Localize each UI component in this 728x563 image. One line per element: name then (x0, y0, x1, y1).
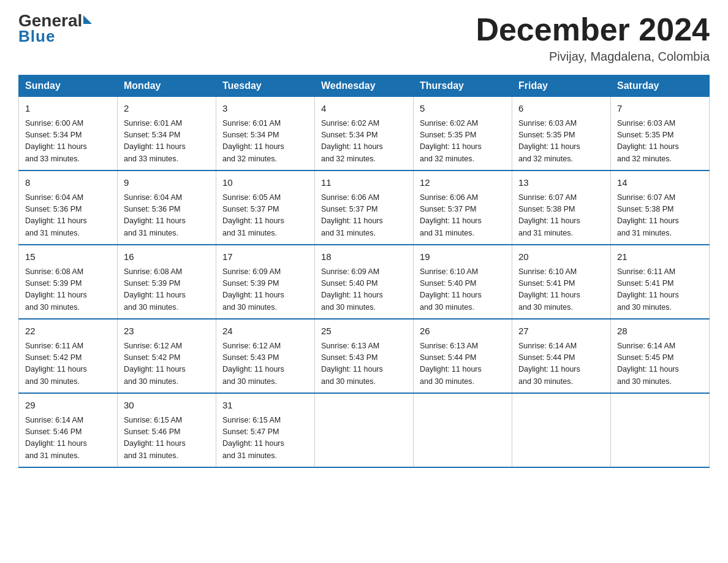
day-info: Sunrise: 6:11 AMSunset: 5:41 PMDaylight:… (617, 266, 703, 314)
day-number: 14 (617, 176, 703, 190)
day-number: 9 (124, 176, 210, 190)
day-info: Sunrise: 6:09 AMSunset: 5:40 PMDaylight:… (321, 266, 407, 314)
day-info: Sunrise: 6:03 AMSunset: 5:35 PMDaylight:… (518, 118, 604, 166)
day-header-tuesday: Tuesday (216, 75, 315, 97)
day-info: Sunrise: 6:14 AMSunset: 5:45 PMDaylight:… (617, 340, 703, 388)
day-number: 30 (124, 399, 210, 413)
calendar-cell: 16Sunrise: 6:08 AMSunset: 5:39 PMDayligh… (118, 245, 216, 319)
calendar-cell: 31Sunrise: 6:15 AMSunset: 5:47 PMDayligh… (216, 393, 315, 467)
day-number: 2 (124, 102, 210, 116)
day-number: 23 (124, 324, 210, 339)
calendar-cell: 11Sunrise: 6:06 AMSunset: 5:37 PMDayligh… (315, 170, 414, 245)
calendar-cell (512, 393, 611, 467)
calendar-cell: 29Sunrise: 6:14 AMSunset: 5:46 PMDayligh… (19, 393, 118, 467)
calendar-cell: 23Sunrise: 6:12 AMSunset: 5:42 PMDayligh… (118, 319, 216, 393)
day-number: 22 (25, 324, 111, 339)
day-header-wednesday: Wednesday (315, 75, 414, 97)
calendar-cell: 26Sunrise: 6:13 AMSunset: 5:44 PMDayligh… (414, 319, 512, 393)
calendar-cell: 19Sunrise: 6:10 AMSunset: 5:40 PMDayligh… (414, 245, 512, 319)
calendar-cell: 25Sunrise: 6:13 AMSunset: 5:43 PMDayligh… (315, 319, 414, 393)
day-number: 12 (420, 176, 506, 190)
day-number: 6 (518, 102, 604, 116)
calendar-cell: 9Sunrise: 6:04 AMSunset: 5:36 PMDaylight… (118, 170, 216, 245)
calendar-cell: 28Sunrise: 6:14 AMSunset: 5:45 PMDayligh… (611, 319, 710, 393)
location: Pivijay, Magdalena, Colombia (476, 50, 710, 64)
day-number: 7 (617, 102, 703, 116)
calendar-row-3: 22Sunrise: 6:11 AMSunset: 5:42 PMDayligh… (19, 319, 710, 393)
logo-blue: Blue (18, 28, 55, 44)
title-area: December 2024 Pivijay, Magdalena, Colomb… (476, 12, 710, 64)
calendar-body: 1Sunrise: 6:00 AMSunset: 5:34 PMDaylight… (19, 97, 710, 468)
day-info: Sunrise: 6:13 AMSunset: 5:44 PMDaylight:… (420, 340, 506, 388)
day-number: 15 (25, 250, 111, 264)
calendar-row-0: 1Sunrise: 6:00 AMSunset: 5:34 PMDaylight… (19, 97, 710, 171)
day-number: 17 (222, 250, 308, 264)
day-number: 26 (420, 324, 506, 339)
day-info: Sunrise: 6:14 AMSunset: 5:44 PMDaylight:… (518, 340, 604, 388)
calendar-row-4: 29Sunrise: 6:14 AMSunset: 5:46 PMDayligh… (19, 393, 710, 467)
day-info: Sunrise: 6:04 AMSunset: 5:36 PMDaylight:… (25, 192, 111, 240)
calendar-cell: 5Sunrise: 6:02 AMSunset: 5:35 PMDaylight… (414, 97, 512, 171)
day-info: Sunrise: 6:07 AMSunset: 5:38 PMDaylight:… (617, 192, 703, 240)
day-info: Sunrise: 6:08 AMSunset: 5:39 PMDaylight:… (25, 266, 111, 314)
calendar-cell: 4Sunrise: 6:02 AMSunset: 5:34 PMDaylight… (315, 97, 414, 171)
day-info: Sunrise: 6:10 AMSunset: 5:41 PMDaylight:… (518, 266, 604, 314)
day-number: 3 (222, 102, 308, 116)
day-info: Sunrise: 6:04 AMSunset: 5:36 PMDaylight:… (124, 192, 210, 240)
calendar-cell: 7Sunrise: 6:03 AMSunset: 5:35 PMDaylight… (611, 97, 710, 171)
day-info: Sunrise: 6:15 AMSunset: 5:46 PMDaylight:… (124, 415, 210, 462)
calendar-cell: 27Sunrise: 6:14 AMSunset: 5:44 PMDayligh… (512, 319, 611, 393)
calendar-cell: 22Sunrise: 6:11 AMSunset: 5:42 PMDayligh… (19, 319, 118, 393)
calendar-cell: 3Sunrise: 6:01 AMSunset: 5:34 PMDaylight… (216, 97, 315, 171)
day-info: Sunrise: 6:09 AMSunset: 5:39 PMDaylight:… (222, 266, 308, 314)
day-number: 13 (518, 176, 604, 190)
day-number: 27 (518, 324, 604, 339)
day-number: 16 (124, 250, 210, 264)
day-info: Sunrise: 6:11 AMSunset: 5:42 PMDaylight:… (25, 340, 111, 388)
day-info: Sunrise: 6:12 AMSunset: 5:43 PMDaylight:… (222, 340, 308, 388)
day-info: Sunrise: 6:03 AMSunset: 5:35 PMDaylight:… (617, 118, 703, 166)
day-number: 1 (25, 102, 111, 116)
day-info: Sunrise: 6:14 AMSunset: 5:46 PMDaylight:… (25, 415, 111, 462)
calendar-cell: 30Sunrise: 6:15 AMSunset: 5:46 PMDayligh… (118, 393, 216, 467)
page-header: General Blue December 2024 Pivijay, Magd… (18, 12, 710, 64)
day-header-monday: Monday (118, 75, 216, 97)
calendar-cell: 2Sunrise: 6:01 AMSunset: 5:34 PMDaylight… (118, 97, 216, 171)
calendar-cell: 8Sunrise: 6:04 AMSunset: 5:36 PMDaylight… (19, 170, 118, 245)
day-number: 4 (321, 102, 407, 116)
calendar-cell: 10Sunrise: 6:05 AMSunset: 5:37 PMDayligh… (216, 170, 315, 245)
calendar-header: SundayMondayTuesdayWednesdayThursdayFrid… (19, 75, 710, 97)
day-info: Sunrise: 6:13 AMSunset: 5:43 PMDaylight:… (321, 340, 407, 388)
calendar-row-2: 15Sunrise: 6:08 AMSunset: 5:39 PMDayligh… (19, 245, 710, 319)
day-number: 28 (617, 324, 703, 339)
day-info: Sunrise: 6:10 AMSunset: 5:40 PMDaylight:… (420, 266, 506, 314)
calendar-cell (315, 393, 414, 467)
calendar-cell: 13Sunrise: 6:07 AMSunset: 5:38 PMDayligh… (512, 170, 611, 245)
calendar-cell: 15Sunrise: 6:08 AMSunset: 5:39 PMDayligh… (19, 245, 118, 319)
month-title: December 2024 (476, 12, 710, 47)
day-header-friday: Friday (512, 75, 611, 97)
day-info: Sunrise: 6:01 AMSunset: 5:34 PMDaylight:… (222, 118, 308, 166)
calendar-cell: 17Sunrise: 6:09 AMSunset: 5:39 PMDayligh… (216, 245, 315, 319)
logo: General Blue (18, 12, 92, 44)
header-row: SundayMondayTuesdayWednesdayThursdayFrid… (19, 75, 710, 97)
day-number: 19 (420, 250, 506, 264)
day-number: 25 (321, 324, 407, 339)
day-info: Sunrise: 6:00 AMSunset: 5:34 PMDaylight:… (25, 118, 111, 166)
day-info: Sunrise: 6:12 AMSunset: 5:42 PMDaylight:… (124, 340, 210, 388)
day-number: 5 (420, 102, 506, 116)
calendar-cell: 21Sunrise: 6:11 AMSunset: 5:41 PMDayligh… (611, 245, 710, 319)
day-number: 29 (25, 399, 111, 413)
day-number: 11 (321, 176, 407, 190)
day-number: 8 (25, 176, 111, 190)
calendar-row-1: 8Sunrise: 6:04 AMSunset: 5:36 PMDaylight… (19, 170, 710, 245)
day-header-sunday: Sunday (19, 75, 118, 97)
day-info: Sunrise: 6:07 AMSunset: 5:38 PMDaylight:… (518, 192, 604, 240)
day-number: 18 (321, 250, 407, 264)
day-number: 24 (222, 324, 308, 339)
day-info: Sunrise: 6:02 AMSunset: 5:34 PMDaylight:… (321, 118, 407, 166)
day-info: Sunrise: 6:05 AMSunset: 5:37 PMDaylight:… (222, 192, 308, 240)
calendar-cell: 14Sunrise: 6:07 AMSunset: 5:38 PMDayligh… (611, 170, 710, 245)
calendar-cell: 1Sunrise: 6:00 AMSunset: 5:34 PMDaylight… (19, 97, 118, 171)
day-info: Sunrise: 6:06 AMSunset: 5:37 PMDaylight:… (321, 192, 407, 240)
